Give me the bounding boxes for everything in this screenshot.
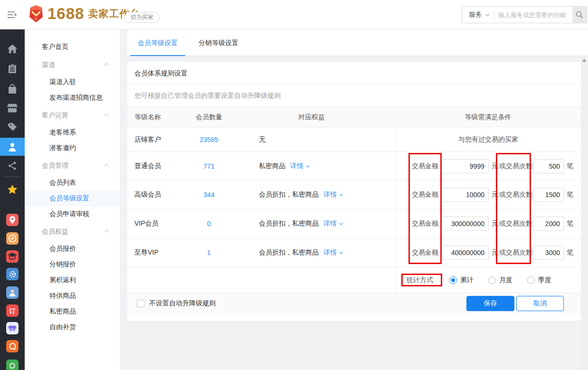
contact-app-icon[interactable] <box>6 286 19 299</box>
table-row: 至尊VIP 1 会员折扣，私密商品 详情 交易金额 元 或交易次数 笔 <box>127 238 581 267</box>
butterfly-app-icon[interactable] <box>6 322 19 334</box>
perk-text: 会员折扣，私密商品 <box>259 190 319 199</box>
chat-app-icon[interactable] <box>6 340 19 352</box>
members-icon[interactable] <box>8 142 17 152</box>
times-label: 或交易次数 <box>499 219 532 228</box>
sidebar-item-customer-home[interactable]: 客户首页 <box>25 38 120 55</box>
sidebar-item-publish-channel-info[interactable]: 发布渠道招商信息 <box>25 90 120 105</box>
sidebar-menu: 客户首页 渠道 渠道入驻 发布渠道招商信息 客户运营 老客维系 潜客邀约 会员管… <box>25 29 120 370</box>
settings-app-icon[interactable] <box>6 268 19 280</box>
vertical-scrollbar[interactable] <box>581 56 588 370</box>
collapse-menu-icon[interactable] <box>7 10 19 19</box>
sidebar-group-member-benefits[interactable]: 会员权益 <box>25 222 120 241</box>
order-app-icon[interactable]: 订 <box>6 304 19 317</box>
perk-detail-link[interactable]: 详情 <box>323 219 342 228</box>
member-rules-panel: 会员体系规则设置 您可根据自己管理会员的需要设置自动升降级规则 等级名称 会员数… <box>127 62 581 321</box>
perk-detail-link[interactable]: 详情 <box>323 248 342 257</box>
tab-member-level-settings[interactable]: 会员等级设置 <box>127 29 188 56</box>
times-label: 或交易次数 <box>499 248 532 257</box>
member-count-link[interactable]: 1 <box>207 249 211 256</box>
sidebar-item-distribution-quote[interactable]: 分销报价 <box>25 256 120 272</box>
col-header-member-count: 会员数量 <box>190 113 228 122</box>
detail-label: 详情 <box>323 219 337 228</box>
chevron-up-icon <box>104 164 109 169</box>
radio-label: 累计 <box>460 276 474 285</box>
rail-divider <box>4 176 20 177</box>
amount-input[interactable] <box>442 217 489 231</box>
cancel-button[interactable]: 取消 <box>516 296 564 311</box>
sidebar-item-private-goods[interactable]: 私密商品 <box>25 304 120 319</box>
top-header: 1688 卖家工作台 切为买家 服务 <box>0 0 588 29</box>
sidebar-item-special-goods[interactable]: 特供商品 <box>25 288 120 304</box>
home-icon[interactable] <box>8 45 18 54</box>
sidebar-item-member-quote[interactable]: 会员报价 <box>25 241 120 256</box>
sidebar-group-member-mgmt[interactable]: 会员管理 <box>25 156 120 175</box>
sidebar-item-member-application-review[interactable]: 会员申请审核 <box>25 206 120 222</box>
switch-to-buyer-button[interactable]: 切为买家 <box>124 12 160 23</box>
sidebar-item-prospect-invite[interactable]: 潜客邀约 <box>25 140 120 156</box>
times-label: 或交易次数 <box>499 190 532 199</box>
amount-unit: 元 <box>492 162 498 171</box>
level-name: 高级会员 <box>127 190 190 199</box>
search-category-dropdown[interactable]: 服务 <box>462 10 494 19</box>
school-1688-app-icon[interactable] <box>6 250 19 263</box>
amount-input[interactable] <box>442 246 489 260</box>
no-auto-rule-checkbox[interactable] <box>137 300 144 307</box>
radio-monthly[interactable]: 月度 <box>488 276 516 285</box>
sidebar-group-channel[interactable]: 渠道 <box>25 55 120 74</box>
scrollbar-up-arrow-icon[interactable] <box>582 59 586 62</box>
condition-cell: 交易金额 元 或交易次数 笔 <box>395 209 581 238</box>
search-input[interactable] <box>494 11 572 19</box>
chevron-down-icon <box>339 221 343 225</box>
member-count-link[interactable]: 344 <box>203 191 214 199</box>
member-count-link[interactable]: 23585 <box>200 136 218 143</box>
sidebar-item-member-list[interactable]: 会员列表 <box>25 175 120 190</box>
svg-text:订: 订 <box>9 307 16 314</box>
orders-icon[interactable] <box>8 64 17 74</box>
partial-app-icon[interactable] <box>6 360 19 370</box>
table-row: VIP会员 0 会员折扣，私密商品 详情 交易金额 元 或交易次数 笔 <box>127 209 581 238</box>
amount-input[interactable] <box>442 159 489 173</box>
radio-label: 月度 <box>499 276 512 285</box>
times-input[interactable] <box>533 217 564 231</box>
times-input[interactable] <box>533 246 564 260</box>
radio-quarterly[interactable]: 季度 <box>527 276 555 285</box>
sidebar-item-cumulative-rebate[interactable]: 累积返利 <box>25 272 120 288</box>
tag-icon[interactable] <box>8 122 17 132</box>
location-app-icon[interactable] <box>6 214 19 226</box>
times-input[interactable] <box>533 188 564 202</box>
distribution-icon[interactable] <box>8 161 17 171</box>
sidebar-item-member-level-settings[interactable]: 会员等级设置 <box>25 190 120 206</box>
compass-app-icon[interactable] <box>6 232 19 245</box>
level-name: 至尊VIP <box>127 248 190 257</box>
member-count-link[interactable]: 0 <box>207 220 211 228</box>
sidebar-group-label: 会员权益 <box>42 228 68 235</box>
save-button[interactable]: 保存 <box>466 296 514 311</box>
times-input[interactable] <box>533 159 564 173</box>
1688-logo-icon <box>28 5 44 23</box>
sidebar-item-old-customer[interactable]: 老客维系 <box>25 124 120 140</box>
col-header-level-name: 等级名称 <box>127 113 190 122</box>
radio-cumulative[interactable]: 累计 <box>449 276 477 285</box>
amount-input[interactable] <box>442 188 489 202</box>
tab-distribution-level-settings[interactable]: 分销等级设置 <box>188 29 249 56</box>
perk-detail-link[interactable]: 详情 <box>290 162 309 171</box>
condition-cell: 与您有过交易的买家 <box>395 127 581 152</box>
sidebar-group-customer-ops[interactable]: 客户运营 <box>25 105 120 124</box>
chevron-down-icon <box>306 163 310 167</box>
perk-text: 会员折扣，私密商品 <box>259 248 319 257</box>
panel-title: 会员体系规则设置 <box>127 62 581 85</box>
sidebar-item-channel-entry[interactable]: 渠道入驻 <box>25 74 120 90</box>
chevron-down-icon <box>339 250 343 254</box>
sidebar-item-free-restock[interactable]: 自由补货 <box>25 319 120 335</box>
condition-cell: 交易金额 元 或交易次数 笔 <box>395 152 581 180</box>
search-button[interactable] <box>572 7 587 23</box>
shop-icon[interactable] <box>7 104 18 113</box>
level-name: VIP会员 <box>127 219 190 228</box>
times-unit: 笔 <box>567 219 573 228</box>
stats-radio-group: 累计 月度 季度 <box>449 276 566 285</box>
member-count-link[interactable]: 771 <box>203 162 214 170</box>
perk-detail-link[interactable]: 详情 <box>323 190 342 199</box>
bag-icon[interactable] <box>8 84 17 94</box>
favorites-star-icon[interactable] <box>7 184 18 195</box>
